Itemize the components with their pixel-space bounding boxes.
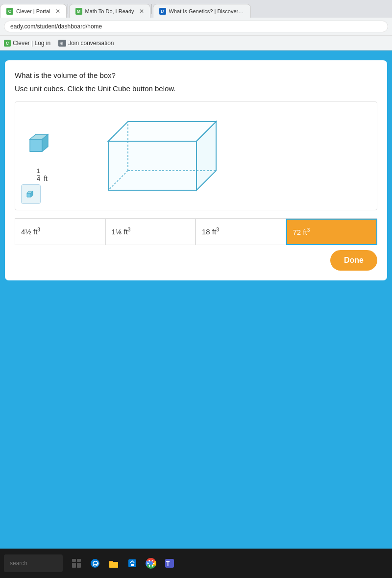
answer-choice-4[interactable]: 72 ft3 <box>286 219 378 245</box>
fraction-numerator: 1 <box>37 168 40 175</box>
svg-rect-23 <box>109 562 118 568</box>
taskbar-icons: T <box>69 555 177 571</box>
tab-title-genetics: What Is Genetics? | Discovery E <box>169 8 245 14</box>
answer-choice-2[interactable]: 1⅛ ft3 <box>105 219 196 245</box>
bookmark-label-clever: Clever | Log in <box>13 40 50 47</box>
tab-icon-clever: C <box>6 8 13 15</box>
question-line1: What is the volume of the box? <box>15 70 377 80</box>
tab-clever-portal[interactable]: C Clever | Portal ✕ <box>0 4 67 18</box>
superscript-1: 3 <box>37 227 40 232</box>
superscript-3: 3 <box>216 227 219 232</box>
tab-bar: C Clever | Portal ✕ M Math To Do, i-Read… <box>0 0 392 18</box>
question-line2: Use unit cubes. Click the Unit Cube butt… <box>15 83 377 94</box>
svg-rect-16 <box>72 559 76 562</box>
tab-close-iready[interactable]: ✕ <box>139 8 144 15</box>
tab-title-clever: Clever | Portal <box>16 8 50 14</box>
tab-title-iready: Math To Do, i-Ready <box>85 8 134 14</box>
chrome-svg <box>146 558 156 569</box>
teams-icon[interactable]: T <box>162 555 177 571</box>
tab-icon-genetics: D <box>159 8 166 15</box>
svg-marker-6 <box>108 141 196 190</box>
superscript-4: 3 <box>307 227 310 233</box>
tab-close-clever[interactable]: ✕ <box>55 8 60 15</box>
taskbar: T <box>0 549 392 578</box>
svg-rect-17 <box>77 559 81 562</box>
svg-rect-25 <box>131 564 134 566</box>
answer-choice-3[interactable]: 18 ft3 <box>196 219 286 245</box>
cube-fraction-label: 1 4 ft <box>37 168 48 182</box>
svg-point-28 <box>149 562 153 565</box>
svg-text:T: T <box>166 560 170 567</box>
diagram-area: 1 4 ft <box>15 101 377 210</box>
svg-rect-18 <box>72 563 76 568</box>
answer-choice-1[interactable]: 4½ ft3 <box>15 219 105 245</box>
fraction-unit: ft <box>44 175 48 182</box>
page-content: What is the volume of the box? Use unit … <box>0 50 392 549</box>
file-explorer-svg <box>108 558 119 569</box>
large-box-svg <box>79 112 236 200</box>
chrome-icon[interactable] <box>143 555 159 571</box>
people-icon: ⊞ <box>58 40 66 47</box>
tab-iready[interactable]: M Math To Do, i-Ready ✕ <box>69 4 150 18</box>
tab-icon-iready: M <box>75 8 82 15</box>
done-button[interactable]: Done <box>330 250 377 271</box>
file-explorer-icon[interactable] <box>106 555 122 571</box>
done-row: Done <box>15 250 377 271</box>
unit-cube-svg <box>25 129 59 164</box>
address-bar[interactable]: eady.com/student/dashboard/home <box>4 21 388 32</box>
unit-cube-button-icon <box>25 188 37 200</box>
edge-svg <box>90 558 100 569</box>
clever-favicon: C <box>4 40 11 47</box>
superscript-2: 3 <box>128 227 131 232</box>
teams-svg: T <box>164 558 175 569</box>
answer-choices: 4½ ft3 1⅛ ft3 18 ft3 72 ft3 <box>15 218 377 245</box>
bookmark-clever-login[interactable]: C Clever | Log in <box>4 40 50 47</box>
unit-cube-button[interactable] <box>21 184 41 204</box>
svg-rect-19 <box>77 563 81 568</box>
taskbar-search[interactable] <box>4 554 63 572</box>
store-svg <box>127 558 138 569</box>
fraction-denominator: 4 <box>37 176 40 182</box>
task-view-svg <box>71 558 82 569</box>
bookmarks-bar: C Clever | Log in ⊞ Join conversation <box>0 35 392 50</box>
svg-marker-2 <box>30 139 42 151</box>
bookmark-join-conversation[interactable]: ⊞ Join conversation <box>58 40 114 47</box>
address-bar-row: eady.com/student/dashboard/home <box>0 18 392 35</box>
edge-icon[interactable] <box>87 555 103 571</box>
unit-cube-container: 1 4 ft <box>25 129 59 182</box>
browser-chrome: C Clever | Portal ✕ M Math To Do, i-Read… <box>0 0 392 50</box>
task-view-icon[interactable] <box>69 555 84 571</box>
question-card: What is the volume of the box? Use unit … <box>5 60 387 280</box>
bookmark-label-join: Join conversation <box>68 40 114 47</box>
svg-text:⊞: ⊞ <box>59 41 63 46</box>
store-icon[interactable] <box>124 555 140 571</box>
svg-marker-13 <box>27 193 31 197</box>
tab-genetics[interactable]: D What Is Genetics? | Discovery E <box>153 4 251 18</box>
